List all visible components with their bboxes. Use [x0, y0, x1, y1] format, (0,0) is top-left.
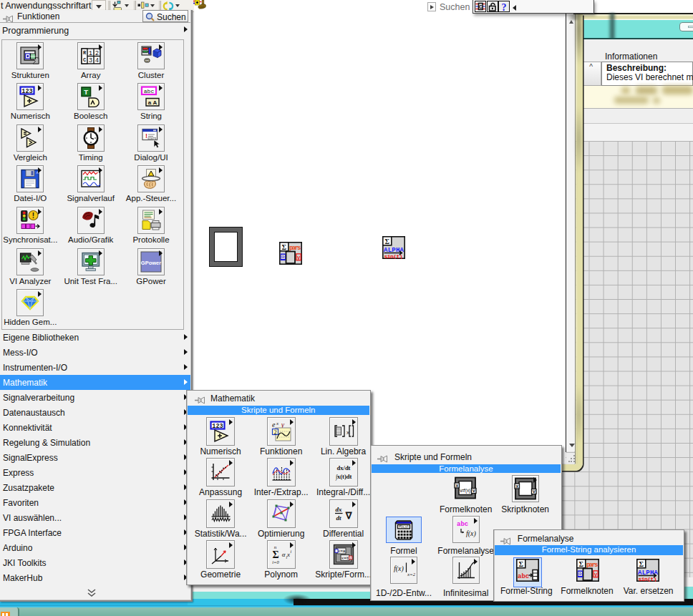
svg-text:Σ: Σ	[272, 549, 278, 560]
svg-text:i: i	[290, 549, 291, 553]
svg-text:y: y	[349, 556, 352, 560]
svg-text:f(x,y): f(x,y)	[399, 524, 409, 529]
svg-text:x: x	[276, 420, 279, 426]
svg-text:4: 4	[94, 57, 98, 64]
svg-text:y: y	[297, 255, 301, 260]
svg-text:∫x(t)dt: ∫x(t)dt	[334, 473, 352, 481]
svg-text:T: T	[84, 88, 88, 96]
svg-text:∇: ∇	[344, 509, 352, 520]
svg-text:Σ: Σ	[385, 238, 390, 245]
svg-text:2: 2	[273, 429, 276, 435]
svg-text:v=f(x): v=f(x)	[460, 489, 471, 494]
svg-text:f(x): f(x)	[394, 564, 404, 573]
svg-text:C: C	[83, 57, 86, 63]
svg-text:1: 1	[88, 49, 92, 57]
svg-text:a: a	[148, 99, 152, 106]
svg-text:abc: abc	[457, 521, 468, 528]
svg-text:x: x	[286, 551, 290, 558]
svg-text:C: C	[479, 4, 483, 10]
svg-text:Σ: Σ	[282, 243, 287, 251]
svg-text:A: A	[153, 99, 158, 106]
svg-text:2: 2	[94, 49, 98, 57]
svg-text:dx/dt: dx/dt	[336, 464, 350, 471]
svg-text:abc: abc	[144, 88, 155, 94]
svg-text:abc: abc	[518, 573, 529, 580]
svg-text:α: α	[281, 551, 285, 558]
svg-text:?: ?	[502, 2, 507, 12]
svg-text:123: 123	[212, 423, 223, 430]
svg-text:x=2: x=2	[407, 572, 415, 577]
svg-text:GPower: GPower	[141, 259, 161, 265]
svg-text:pars: pars	[586, 561, 598, 568]
svg-text:!: !	[145, 132, 147, 139]
svg-text:sin(t): sin(t)	[639, 575, 657, 582]
svg-text:123: 123	[22, 88, 33, 95]
svg-text:x=t: x=t	[341, 555, 349, 560]
svg-text:dx: dx	[335, 506, 342, 513]
svg-text:pars: pars	[289, 245, 301, 252]
svg-text:y: y	[593, 572, 597, 577]
svg-text:e: e	[272, 421, 276, 429]
svg-text:sin(t): sin(t)	[384, 253, 403, 260]
svg-text:Σ: Σ	[519, 560, 524, 568]
svg-text:!: !	[32, 212, 34, 220]
svg-text:3: 3	[88, 57, 92, 64]
svg-text:i=0: i=0	[272, 559, 279, 564]
svg-text:f(x): f(x)	[466, 529, 477, 538]
svg-text:Σ: Σ	[578, 560, 583, 568]
svg-text:Σ: Σ	[639, 560, 644, 568]
svg-text:x=a: x=a	[337, 549, 345, 554]
svg-text:γ: γ	[281, 421, 285, 429]
svg-text:dt: dt	[336, 514, 341, 522]
